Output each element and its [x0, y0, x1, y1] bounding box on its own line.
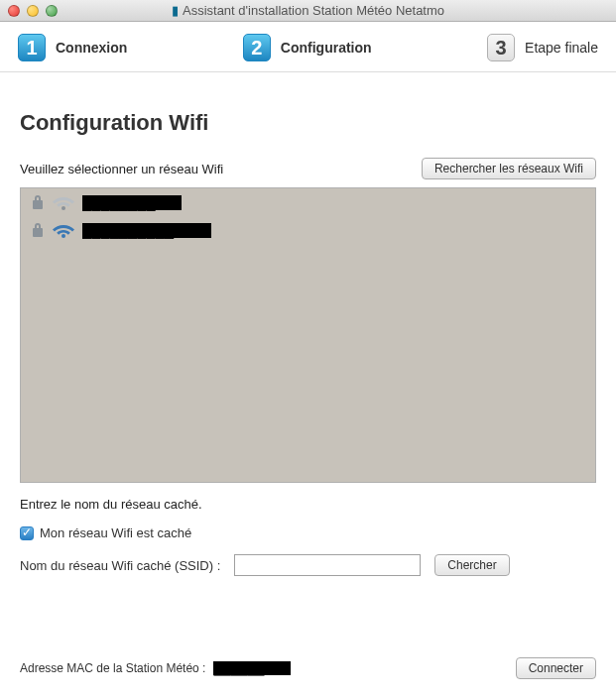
lock-icon	[31, 222, 45, 238]
search-networks-button[interactable]: Rechercher les réseaux Wifi	[422, 158, 596, 179]
step-label-configuration: Configuration	[281, 40, 372, 56]
zoom-icon[interactable]	[46, 5, 58, 17]
wifi-signal-icon	[53, 194, 74, 210]
step-number-1: 1	[18, 34, 46, 61]
hidden-network-checkbox-label[interactable]: Mon réseau Wifi est caché	[40, 525, 191, 540]
wifi-network-name: ████████	[82, 195, 182, 210]
traffic-lights	[8, 5, 58, 17]
window-titlebar: ▮Assistant d'installation Station Météo …	[0, 0, 616, 22]
wifi-network-name: ██████████	[82, 223, 211, 238]
svg-point-1	[62, 234, 65, 238]
lock-icon	[31, 194, 45, 210]
connect-button[interactable]: Connecter	[516, 657, 596, 679]
ssid-label: Nom du réseau Wifi caché (SSID) :	[20, 558, 220, 573]
step-number-2: 2	[243, 34, 271, 61]
wifi-list-item[interactable]: ██████████	[21, 216, 595, 244]
wifi-list-item[interactable]: ████████	[21, 188, 595, 216]
mac-address-label: Adresse MAC de la Station Météo :	[20, 661, 205, 675]
step-final: 3 Etape finale	[487, 34, 598, 61]
mac-address-value: ██████	[213, 661, 291, 675]
step-configuration: 2 Configuration	[243, 34, 372, 61]
window-title: ▮Assistant d'installation Station Météo …	[0, 3, 616, 18]
ssid-input[interactable]	[234, 554, 421, 576]
hidden-network-checkbox[interactable]	[20, 526, 34, 540]
page-title: Configuration Wifi	[20, 110, 596, 136]
hidden-network-prompt: Entrez le nom du réseau caché.	[20, 497, 596, 512]
step-connexion: 1 Connexion	[18, 34, 127, 61]
minimize-icon[interactable]	[27, 5, 39, 17]
step-label-connexion: Connexion	[56, 40, 127, 56]
wizard-steps: 1 Connexion 2 Configuration 3 Etape fina…	[0, 22, 616, 72]
wifi-list[interactable]: ████████ ██████████	[20, 187, 596, 483]
ssid-search-button[interactable]: Chercher	[434, 554, 509, 576]
step-number-3: 3	[487, 34, 515, 61]
svg-point-0	[62, 206, 65, 210]
step-label-final: Etape finale	[525, 40, 598, 56]
close-icon[interactable]	[8, 5, 20, 17]
wifi-signal-icon	[53, 222, 74, 238]
select-network-prompt: Veuillez sélectionner un réseau Wifi	[20, 162, 223, 176]
